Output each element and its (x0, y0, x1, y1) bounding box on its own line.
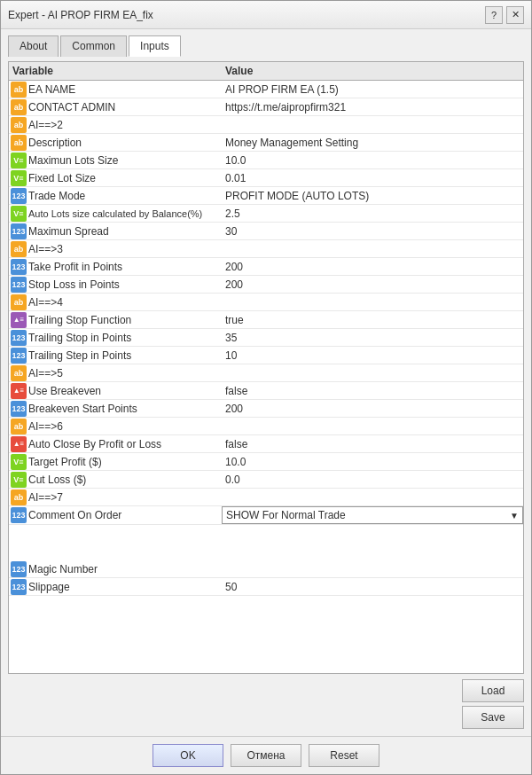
table-rows: ab EA NAME AI PROP FIRM EA (1.5) ab CONT… (9, 81, 523, 669)
help-button[interactable]: ? (485, 6, 503, 24)
cell-variable: Breakeven Start Points (28, 401, 222, 417)
table-row: ab AI==>5 (9, 364, 523, 382)
icon-num: 123 (11, 223, 27, 239)
cell-value[interactable]: 0.01 (222, 170, 523, 186)
icon-ab: ab (11, 82, 27, 98)
tab-common[interactable]: Common (60, 35, 127, 57)
table-row: ▲≡ Use Breakeven false (9, 382, 523, 400)
icon-ab: ab (11, 99, 27, 115)
icon-bool: ▲≡ (11, 436, 27, 452)
cell-variable: Description (28, 135, 222, 151)
icon-ab: ab (11, 294, 27, 310)
cell-variable: Slippage (28, 579, 222, 595)
cell-value[interactable]: PROFIT MODE (AUTO LOTS) (222, 188, 523, 204)
title-bar-left: Expert - AI PROP FIRM EA_fix (8, 9, 153, 21)
icon-ab: ab (11, 117, 27, 133)
icon-ab: ab (11, 489, 27, 505)
cell-value[interactable]: https://t.me/aipropfirm321 (222, 99, 523, 115)
cell-variable: AI==>2 (28, 117, 222, 133)
cell-value[interactable] (222, 568, 523, 571)
col-value-header: Value (225, 65, 520, 77)
cell-variable: Trade Mode (28, 188, 222, 204)
footer: OK Отмена Reset (1, 736, 531, 774)
icon-num: 123 (11, 259, 27, 275)
cell-value (222, 496, 523, 499)
table-row: 123 Trailing Stop in Points 35 (9, 329, 523, 347)
cell-variable: Auto Lots size calculated by Balance(%) (28, 207, 222, 221)
cell-value (222, 123, 523, 127)
save-button[interactable]: Save (462, 706, 524, 729)
cell-value[interactable]: false (222, 436, 523, 452)
cell-value[interactable]: 10.0 (222, 153, 523, 168)
cell-value[interactable]: AI PROP FIRM EA (1.5) (222, 82, 523, 98)
icon-num: 123 (11, 579, 27, 595)
title-bar-buttons: ? ✕ (485, 6, 524, 24)
ok-button[interactable]: OK (153, 744, 223, 767)
close-button[interactable]: ✕ (506, 6, 524, 24)
table-row: V≡ Cut Loss ($) 0.0 (9, 471, 523, 489)
icon-ve: V≡ (11, 454, 27, 470)
comment-on-order-dropdown[interactable]: SHOW For Normal Trade ▼ SHOW For Normal … (222, 506, 523, 524)
cell-value[interactable]: 200 (222, 277, 523, 293)
tab-inputs[interactable]: Inputs (129, 35, 181, 57)
cell-value[interactable]: 200 (222, 259, 523, 275)
icon-num: 123 (11, 330, 27, 346)
icon-trail: ▲≡ (11, 312, 27, 328)
cancel-button[interactable]: Отмена (231, 744, 301, 767)
icon-num: 123 (11, 348, 27, 364)
icon-bool: ▲≡ (11, 383, 27, 399)
cell-variable: Cut Loss ($) (28, 472, 222, 488)
table-header: Variable Value (9, 62, 523, 81)
icon-ve: V≡ (11, 153, 27, 168)
cell-variable: Auto Close By Profit or Loss (28, 436, 222, 452)
cell-variable: Stop Loss in Points (28, 277, 222, 293)
tab-about[interactable]: About (8, 35, 59, 57)
icon-num: 123 (11, 188, 27, 204)
table-row: ab AI==>2 (9, 116, 523, 134)
cell-value[interactable]: Money Management Setting (222, 135, 523, 151)
cell-value[interactable]: 10.0 (222, 454, 523, 470)
cell-variable: Comment On Order (28, 507, 222, 523)
table-row: 123 Magic Number (9, 560, 523, 578)
side-buttons: Load Save (8, 674, 524, 731)
table-row: 123 Stop Loss in Points 200 (9, 276, 523, 294)
cell-value[interactable]: 50 (222, 579, 523, 595)
cell-value[interactable]: 0.0 (222, 472, 523, 488)
reset-button[interactable]: Reset (309, 744, 379, 767)
table-row: 123 Breakeven Start Points 200 (9, 400, 523, 418)
icon-ab: ab (11, 241, 27, 257)
window-title: Expert - AI PROP FIRM EA_fix (8, 9, 153, 21)
cell-variable: Trailing Step in Points (28, 348, 222, 364)
cell-variable: Take Profit in Points (28, 259, 222, 275)
cell-variable: Maximun Lots Size (28, 153, 222, 168)
dropdown-arrow-icon: ▼ (510, 511, 519, 521)
table-row: ab EA NAME AI PROP FIRM EA (1.5) (9, 81, 523, 98)
icon-num: 123 (11, 277, 27, 293)
table-row: ▲≡ Auto Close By Profit or Loss false (9, 435, 523, 453)
icon-ab: ab (11, 135, 27, 151)
cell-value[interactable]: 200 (222, 401, 523, 417)
icon-num: 123 (11, 561, 27, 577)
table-row: 123 Maximun Spread 30 (9, 223, 523, 240)
load-button[interactable]: Load (462, 679, 524, 702)
table-row: 123 Trade Mode PROFIT MODE (AUTO LOTS) (9, 187, 523, 205)
cell-value[interactable]: 35 (222, 330, 523, 346)
cell-variable: Maximun Spread (28, 223, 222, 239)
tab-bar: About Common Inputs (1, 29, 531, 56)
cell-variable: Magic Number (28, 561, 222, 577)
table-row: ab AI==>3 (9, 240, 523, 258)
table-row: 123 Trailing Step in Points 10 (9, 347, 523, 364)
cell-value[interactable]: true (222, 312, 523, 328)
table-row: V≡ Auto Lots size calculated by Balance(… (9, 205, 523, 223)
dropdown-closed[interactable]: SHOW For Normal Trade ▼ (222, 506, 523, 524)
col-variable-header: Variable (12, 65, 225, 77)
cell-value[interactable]: 10 (222, 348, 523, 364)
cell-variable: Trailing Stop Function (28, 312, 222, 328)
cell-value[interactable]: false (222, 383, 523, 399)
cell-value[interactable]: 2.5 (222, 206, 523, 222)
cell-value[interactable]: 30 (222, 223, 523, 239)
cell-variable: Trailing Stop in Points (28, 330, 222, 346)
cell-value (222, 247, 523, 251)
table-row: ▲≡ Trailing Stop Function true (9, 311, 523, 329)
icon-ab: ab (11, 365, 27, 381)
